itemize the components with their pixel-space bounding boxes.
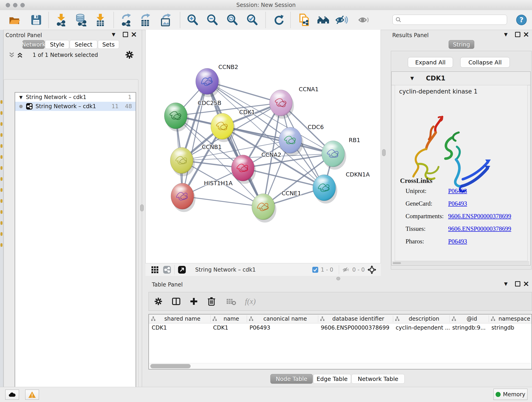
zoom-selected-button[interactable] [245,12,259,27]
right-splitter-handle[interactable] [382,149,386,156]
tab-edge-table[interactable]: Edge Table [313,374,351,384]
export-table-button[interactable] [139,12,152,27]
memory-button[interactable]: Memory [494,389,527,400]
export-network-button[interactable] [119,12,133,27]
control-panel-maximize-icon[interactable] [123,32,128,37]
help-button[interactable]: ? [516,14,527,26]
column-divider[interactable] [247,315,247,322]
crosslink-link[interactable]: P06493 [448,238,467,245]
table-cell[interactable]: P06493 [247,323,318,332]
table-hscrollbar[interactable] [149,363,531,369]
network-node-ccna1[interactable] [269,90,294,119]
zoom-fit-button[interactable] [225,12,239,27]
results-panel-float-icon[interactable]: ▼ [504,32,507,37]
column-divider[interactable] [489,315,489,322]
refresh-button[interactable] [272,12,286,27]
save-session-button[interactable] [29,12,43,27]
function-builder-button[interactable]: f(x) [245,297,256,306]
network-node-cdkn1a[interactable] [313,175,337,204]
results-hscrollbar[interactable] [392,262,529,265]
tab-style[interactable]: Style [45,40,69,49]
crosslink-link[interactable]: 9606.ENSP00000378699 [448,225,511,232]
zoom-in-button[interactable] [186,12,200,27]
table-cell[interactable]: CDK1 [210,323,247,332]
column-divider[interactable] [393,315,393,322]
expand-all-button[interactable]: Expand All [408,57,453,68]
network-node-ccnb2[interactable] [196,68,220,97]
home-button[interactable] [317,12,330,27]
column-header-sharedname[interactable]: shared name [149,314,210,323]
open-in-window-button[interactable] [178,266,186,274]
network-node-cdk1[interactable] [211,113,235,142]
table-cell[interactable]: 9606.ENSP00000378699 [318,323,393,332]
table-panel-float-icon[interactable]: ▼ [504,281,507,286]
results-hscrollbar-thumb[interactable] [393,262,401,264]
tab-node-table[interactable]: Node Table [270,374,313,384]
hide-selected-button[interactable] [335,12,348,27]
network-collection-row[interactable]: ▼ String Network – cdk1 1 [15,93,136,102]
control-panel-float-icon[interactable]: ▼ [112,32,115,37]
table-cell[interactable]: stringdb:9... [450,323,489,332]
column-header-canonicalname[interactable]: canonical name [247,314,318,323]
collapse-all-networks-button[interactable] [8,51,15,58]
network-node-ccne1[interactable] [252,194,276,223]
results-panel-maximize-icon[interactable] [515,32,520,37]
search-input[interactable] [403,17,503,23]
import-network-database-button[interactable] [74,12,88,27]
network-node-hist1h1a[interactable] [171,183,196,212]
import-table-file-button[interactable] [94,12,107,27]
fit-content-button[interactable] [367,265,377,274]
tab-string-results[interactable]: String [449,40,474,49]
network-options-button[interactable] [125,51,134,59]
birds-eye-view-button[interactable] [151,266,159,274]
table-panel-close-icon[interactable]: × [523,281,530,287]
export-image-button[interactable] [159,12,173,27]
zoom-out-button[interactable] [206,12,219,27]
cloud-status-button[interactable] [5,390,19,400]
column-header-id[interactable]: @id [450,314,489,323]
collection-collapse-icon[interactable]: ▼ [19,95,23,100]
table-cell[interactable]: stringdb [489,323,532,332]
column-divider[interactable] [318,315,318,322]
network-node-cdc25b[interactable] [164,103,189,132]
network-canvas[interactable]: CCNB2CCNA1CDC25BCDK1CDC6RB1CCNB1CCNA2CDK… [146,30,381,263]
delete-table-button[interactable] [226,298,236,305]
column-header-namespace[interactable]: namespace [489,314,532,323]
table-cell[interactable]: CDK1 [149,323,210,332]
show-all-button[interactable] [357,12,371,27]
warnings-button[interactable] [25,390,39,400]
table-panel-maximize-icon[interactable] [515,281,520,287]
string-view-button[interactable] [163,266,171,274]
network-node-ccna2[interactable] [231,155,256,184]
table-options-button[interactable] [154,297,162,306]
tab-network[interactable]: Network [22,40,45,49]
show-columns-button[interactable] [172,297,181,306]
control-panel-close-icon[interactable]: × [131,31,137,37]
network-node-cdc6[interactable] [279,127,303,156]
network-edge[interactable] [182,81,207,196]
open-session-button[interactable] [7,12,21,27]
table-hscrollbar-thumb[interactable] [150,364,191,368]
expand-all-networks-button[interactable] [17,51,23,58]
network-node-rb1[interactable] [322,141,346,170]
column-header-databaseidentifier[interactable]: database identifier [318,314,393,323]
tab-select[interactable]: Select [70,40,97,49]
column-header-description[interactable]: description [393,314,450,323]
left-splitter-handle[interactable] [140,204,144,211]
table-cell[interactable]: cyclin-dependent ... [393,323,450,332]
import-network-file-button[interactable] [54,12,68,27]
crosslink-link[interactable]: P06493 [448,200,467,207]
delete-column-button[interactable] [207,297,215,306]
tab-network-table[interactable]: Network Table [351,374,405,384]
results-panel-close-icon[interactable]: × [523,31,530,37]
crosslink-link[interactable]: 9606.ENSP00000378699 [448,213,511,220]
network-row-selected[interactable]: String Network – cdk1 11 48 [15,102,136,111]
column-divider[interactable] [450,315,450,322]
clone-network-button[interactable] [298,12,311,27]
tab-sets[interactable]: Sets [98,40,119,49]
column-header-name[interactable]: name [210,314,247,323]
node-table[interactable]: shared namenamecanonical namedatabase id… [148,314,532,370]
collapse-all-button[interactable]: Collapse All [460,57,510,68]
toolbar-search[interactable] [393,15,507,25]
create-column-button[interactable] [190,297,198,306]
